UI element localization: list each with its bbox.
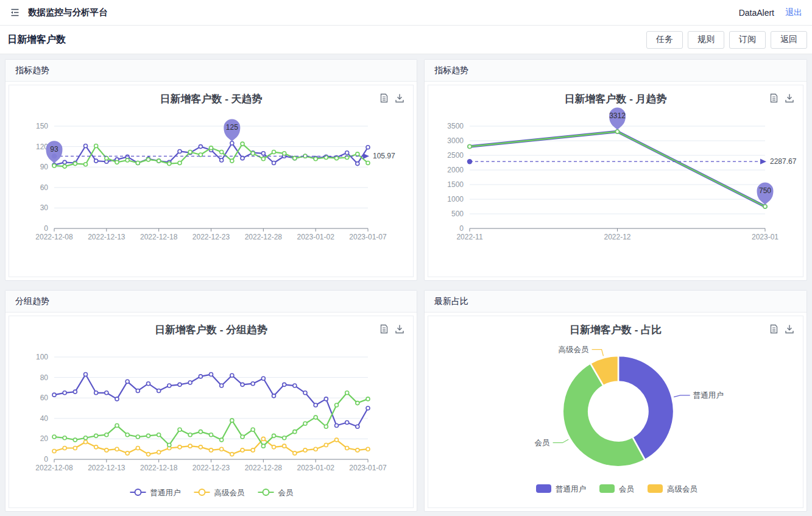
svg-text:2022-12: 2022-12 <box>604 233 630 241</box>
svg-text:1000: 1000 <box>447 195 464 203</box>
svg-text:20: 20 <box>40 434 49 443</box>
svg-text:105.97: 105.97 <box>373 152 395 160</box>
svg-text:60: 60 <box>40 183 49 192</box>
svg-text:0: 0 <box>459 224 464 233</box>
share-chart-box: 日新增客户数 - 占比 普通用户会员高级会员普通用户会员高级会员 <box>428 316 803 508</box>
svg-text:普通用户: 普通用户 <box>693 391 724 400</box>
download-icon[interactable] <box>785 93 794 103</box>
svg-text:会员: 会员 <box>278 489 294 497</box>
month-trend-chart: 2022-112022-122023-010500100015002000250… <box>428 85 805 277</box>
svg-text:93: 93 <box>50 145 58 154</box>
panel-share: 最新占比 日新增客户数 - 占比 普通用户会员高级会员普通用户会员高级会员 <box>424 290 807 512</box>
subscribe-button[interactable]: 订阅 <box>729 31 766 49</box>
rules-button[interactable]: 规则 <box>688 31 724 49</box>
svg-text:100: 100 <box>36 353 48 361</box>
svg-text:高级会员: 高级会员 <box>667 485 698 493</box>
svg-text:2000: 2000 <box>447 166 464 174</box>
svg-text:2022-12-28: 2022-12-28 <box>245 464 283 472</box>
svg-text:2022-12-08: 2022-12-08 <box>35 464 73 472</box>
panel-month-trend: 指标趋势 日新增客户数 - 月趋势 2022-112022-122023-010… <box>424 59 807 281</box>
svg-text:2022-12-18: 2022-12-18 <box>140 464 178 472</box>
topbar: 数据监控与分析平台 DataAlert 退出 <box>0 0 812 26</box>
svg-text:500: 500 <box>451 210 464 218</box>
user-name: DataAlert <box>739 8 774 18</box>
svg-text:普通用户: 普通用户 <box>556 485 586 493</box>
panel-day-trend: 指标趋势 日新增客户数 - 天趋势 2022-12-082022-12-1320… <box>5 59 417 281</box>
svg-text:60: 60 <box>40 394 49 402</box>
svg-text:2022-12-08: 2022-12-08 <box>35 233 73 241</box>
page-title: 日新增客户数 <box>7 34 66 46</box>
svg-text:150: 150 <box>36 122 48 130</box>
data-view-icon[interactable] <box>769 93 778 103</box>
svg-text:125: 125 <box>226 123 238 132</box>
panel-header: 指标趋势 <box>425 60 807 82</box>
svg-text:90: 90 <box>40 163 49 171</box>
svg-text:2022-12-13: 2022-12-13 <box>88 464 125 472</box>
svg-text:40: 40 <box>40 414 49 423</box>
svg-text:30: 30 <box>40 203 49 212</box>
panel-header: 分组趋势 <box>5 291 417 313</box>
day-trend-chart: 2022-12-082022-12-132022-12-182022-12-23… <box>9 85 414 277</box>
svg-text:高级会员: 高级会员 <box>214 489 245 497</box>
data-view-icon[interactable] <box>380 324 389 334</box>
svg-text:普通用户: 普通用户 <box>150 489 181 497</box>
svg-text:会员: 会员 <box>535 439 551 447</box>
svg-text:80: 80 <box>40 373 49 382</box>
panel-header: 指标趋势 <box>5 60 417 82</box>
day-trend-chart-box: 日新增客户数 - 天趋势 2022-12-082022-12-132022-12… <box>9 85 414 277</box>
svg-text:1500: 1500 <box>447 180 464 189</box>
group-trend-chart-box: 日新增客户数 - 分组趋势 2022-12-082022-12-132022-1… <box>9 316 414 508</box>
group-trend-chart: 2022-12-082022-12-132022-12-182022-12-23… <box>9 316 414 507</box>
logout-link[interactable]: 退出 <box>785 7 802 18</box>
download-icon[interactable] <box>395 324 404 334</box>
svg-text:会员: 会员 <box>619 485 635 493</box>
data-view-icon[interactable] <box>769 324 778 334</box>
download-icon[interactable] <box>785 324 794 334</box>
svg-text:2022-11: 2022-11 <box>456 233 482 241</box>
svg-text:750: 750 <box>759 186 771 195</box>
svg-text:3312: 3312 <box>609 111 626 120</box>
svg-text:2022-12-18: 2022-12-18 <box>140 233 178 241</box>
svg-text:2023-01: 2023-01 <box>752 233 778 241</box>
month-trend-chart-box: 日新增客户数 - 月趋势 2022-112022-122023-01050010… <box>428 85 803 277</box>
tasks-button[interactable]: 任务 <box>646 31 683 49</box>
svg-text:0: 0 <box>44 224 48 233</box>
back-button[interactable]: 返回 <box>771 31 807 49</box>
toolbar: 日新增客户数 任务 规则 订阅 返回 <box>0 26 812 54</box>
svg-text:2023-01-07: 2023-01-07 <box>349 233 387 241</box>
svg-text:2023-01-07: 2023-01-07 <box>349 464 387 472</box>
menu-fold-icon[interactable] <box>10 7 20 18</box>
svg-text:0: 0 <box>44 455 48 464</box>
svg-text:2022-12-23: 2022-12-23 <box>192 464 230 472</box>
svg-text:高级会员: 高级会员 <box>559 345 590 354</box>
download-icon[interactable] <box>395 93 404 103</box>
svg-text:3000: 3000 <box>447 136 464 145</box>
svg-text:2022-12-13: 2022-12-13 <box>88 233 125 241</box>
dashboard-grid: 指标趋势 日新增客户数 - 天趋势 2022-12-082022-12-1320… <box>0 54 812 516</box>
svg-text:2023-01-02: 2023-01-02 <box>297 464 334 472</box>
svg-text:3500: 3500 <box>447 122 464 130</box>
svg-text:2022-12-28: 2022-12-28 <box>245 233 283 241</box>
app-title: 数据监控与分析平台 <box>28 7 108 18</box>
panel-group-trend: 分组趋势 日新增客户数 - 分组趋势 2022-12-082022-12-132… <box>5 290 417 512</box>
panel-header: 最新占比 <box>425 291 807 313</box>
svg-text:2023-01-02: 2023-01-02 <box>297 233 334 241</box>
svg-text:2500: 2500 <box>447 151 464 160</box>
svg-text:2022-12-23: 2022-12-23 <box>192 233 230 241</box>
share-donut-chart: 普通用户会员高级会员普通用户会员高级会员 <box>428 316 805 507</box>
svg-text:2287.67: 2287.67 <box>770 157 797 166</box>
data-view-icon[interactable] <box>380 93 389 103</box>
